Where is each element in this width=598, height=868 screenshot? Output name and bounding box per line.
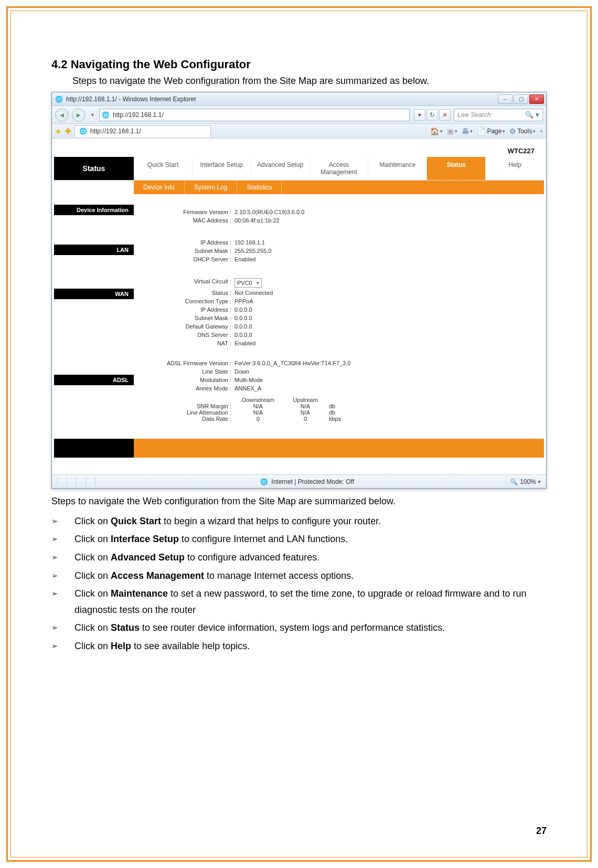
value-dns-server: 0.0.0.0 [234,332,539,338]
print-button[interactable]: 🖶▾ [462,127,473,135]
label-lan-subnet: Subnet Mask : [134,248,234,254]
label-wan-ip: IP Address : [134,306,234,313]
back-button[interactable]: ◄ [55,108,69,122]
val-snr-up: N/A [282,403,329,409]
tab-advanced-setup[interactable]: Advanced Setup [251,157,310,180]
feeds-button[interactable]: ▣▾ [447,127,457,135]
value-adsl-fw: FwVer:3.6.0.0_A_TC3084 HwVer:T14.F7_3.0 [234,360,539,366]
ie-content-area: WTC227 Status Quick Start Interface Setu… [52,139,546,474]
forward-button[interactable]: ► [72,108,86,122]
adsl-stats-table: Downstream Upstream SNR Margin : N/A N/A… [134,397,539,422]
toolbar-chevron-icon[interactable]: » [540,128,543,134]
close-button[interactable]: ✕ [529,94,544,104]
ie-status-bar: 🌐 Internet | Protected Mode: Off 🔍 100% … [52,474,546,488]
label-modulation: Modulation : [134,377,234,383]
maximize-button[interactable]: ▢ [514,94,528,104]
status-mode-text: Internet | Protected Mode: Off [271,478,354,485]
step-item: ➢Click on Advanced Setup to configure ad… [51,549,547,566]
col-downstream: Downstream [234,397,282,403]
ie-tab-row: ★ ✚ 🌐 http://192.168.1.1/ 🏠▾ ▣▾ 🖶▾ 📄Page… [52,124,546,139]
favorites-star-icon[interactable]: ★ [55,127,62,135]
section-title: 4.2 Navigating the Web Configurator [51,58,547,71]
block-adsl: ADSL Firmware Version :FwVer:3.6.0.0_A_T… [134,359,539,422]
main-tabs: Status Quick Start Interface Setup Advan… [54,157,544,181]
minimize-button[interactable]: – [498,94,512,104]
bullet-icon: ➢ [51,638,74,654]
tab-interface-setup[interactable]: Interface Setup [193,157,251,180]
unit-atten: db [329,409,355,416]
chevron-down-icon: ▾ [257,280,259,285]
search-placeholder: Live Search [457,111,490,119]
tab-label: http://192.168.1.1/ [90,128,141,135]
value-wan-subnet: 0.0.0.0 [234,315,539,321]
zoom-icon[interactable]: 🔍 [510,478,518,485]
value-firmware-version: 2.10.5.0(RUE0.C19)3.6.0.0 [234,209,539,215]
step-bold: Quick Start [111,516,161,526]
value-wan-status: Not Connected [234,290,539,296]
label-dns-server: DNS Server : [134,332,234,338]
label-adsl-fw: ADSL Firmware Version : [134,360,234,366]
tab-quick-start[interactable]: Quick Start [134,157,193,180]
tab-page-icon: 🌐 [79,128,87,135]
label-lan-ip: IP Address : [134,239,234,246]
address-dropdown-button[interactable]: ▾ [414,109,425,121]
val-snr-down: N/A [234,403,282,409]
search-icon[interactable]: 🔍 ▾ [525,111,539,119]
label-dhcp-server: DHCP Server : [134,256,234,262]
label-mac-address: MAC Address : [134,217,234,224]
value-wan-ip: 0.0.0.0 [234,306,539,313]
virtual-circuit-select[interactable]: PVC0 ▾ [234,278,262,288]
ie-window: 🌐 http://192.168.1.1/ - Windows Internet… [51,92,547,489]
val-rate-down: 0 [234,416,282,422]
search-box[interactable]: Live Search 🔍 ▾ [454,109,543,121]
tab-access-management[interactable]: Access Management [310,157,369,180]
value-default-gateway: 0.0.0.0 [234,323,539,330]
col-upstream: Upstream [282,397,329,403]
subtab-system-log[interactable]: System Log [185,181,237,194]
label-wan-status: Status : [134,290,234,296]
add-favorites-icon[interactable]: ✚ [65,127,71,135]
stop-button[interactable]: ✕ [439,109,451,121]
step-text: Click on Maintenance to set a new passwo… [74,586,547,618]
tools-menu[interactable]: ⚙Tools ▾ [509,127,536,135]
section-device-info: Device Information [54,205,134,215]
address-bar[interactable]: 🌐 [99,109,410,121]
refresh-button[interactable]: ↻ [426,109,438,121]
tab-status[interactable]: Status [427,157,486,180]
step-bold: Advanced Setup [111,552,185,563]
browser-tab[interactable]: 🌐 http://192.168.1.1/ [74,125,211,137]
step-bold: Interface Setup [111,534,179,544]
device-model: WTC227 [52,144,546,157]
label-line-atten: Line Attenuation : [134,409,234,416]
value-modulation: Multi-Mode [234,377,539,383]
value-line-state: Down [234,368,539,375]
block-wan: Virtual Circuit : PVC0 ▾ Status :Not Con… [134,277,539,347]
step-bold: Help [111,641,131,651]
bullet-icon: ➢ [51,568,74,584]
router-body: Device Information LAN WAN ADSL Firmware… [54,194,544,432]
label-connection-type: Connection Type : [134,298,234,304]
page-menu[interactable]: 📄Page ▾ [477,127,505,135]
ie-nav-row: ◄ ► ▾ 🌐 ▾ ↻ ✕ Live Search 🔍 ▾ [52,106,546,124]
tab-maintenance[interactable]: Maintenance [368,157,427,180]
steps-list: ➢Click on Quick Start to begin a wizard … [51,513,547,654]
subtab-statistics[interactable]: Statistics [237,181,282,194]
address-input[interactable] [113,111,407,119]
section-adsl: ADSL [54,375,134,385]
post-intro-text: Steps to navigate the Web configuration … [51,494,547,509]
label-nat: NAT : [134,340,234,346]
nav-history-dropdown[interactable]: ▾ [89,110,96,120]
zoom-dropdown[interactable]: ▾ [538,479,541,484]
label-default-gateway: Default Gateway : [134,323,234,330]
value-connection-type: PPPoA [234,298,539,304]
home-button[interactable]: 🏠▾ [430,127,443,135]
intro-text: Steps to navigate the Web configuration … [72,76,547,87]
tab-help[interactable]: Help [486,157,544,180]
section-lan: LAN [54,245,134,255]
home-icon: 🏠 [430,127,439,135]
value-lan-ip: 192.168.1.1 [234,239,539,246]
page-label: Page [487,128,501,135]
value-nat: Enabled [234,340,539,346]
gear-icon: ⚙ [509,127,516,135]
subtab-device-info[interactable]: Device Info [134,181,185,194]
